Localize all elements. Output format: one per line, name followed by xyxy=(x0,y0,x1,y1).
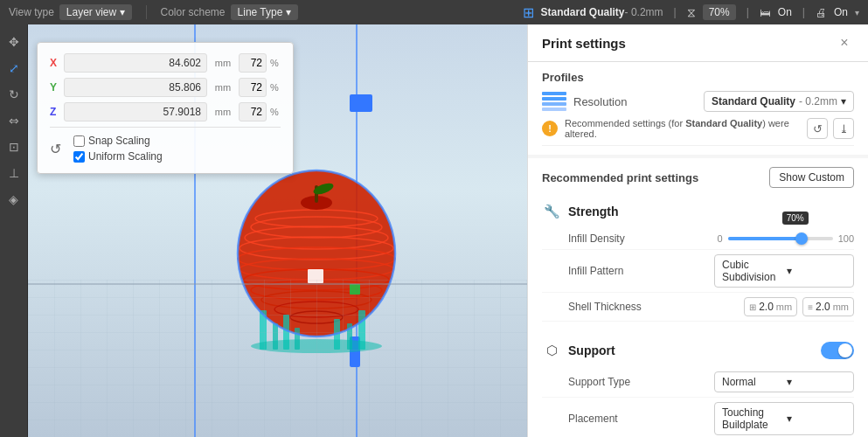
shell-thickness-row: Shell Thickness ⊞ 2.0 mm ≡ 2.0 mm xyxy=(542,293,854,322)
shell-thickness-label: Shell Thickness xyxy=(542,301,737,313)
warning-icon: ! xyxy=(542,121,558,136)
panel-title: Print settings xyxy=(542,36,626,51)
profiles-title: Profiles xyxy=(542,71,854,84)
placement-dropdown[interactable]: Touching Buildplate ▾ xyxy=(714,402,854,435)
z-label: Z xyxy=(50,106,60,118)
infill-pattern-label: Infill Pattern xyxy=(542,265,707,277)
rps-title: Recommended print settings xyxy=(542,171,698,184)
show-custom-button[interactable]: Show Custom xyxy=(769,167,854,188)
snap-scaling-checkbox[interactable] xyxy=(73,135,85,147)
x-coord-row: X mm % xyxy=(50,53,281,73)
z-value[interactable] xyxy=(64,102,207,121)
uniform-scaling-checkbox[interactable] xyxy=(73,151,85,163)
y-label: Y xyxy=(50,81,60,94)
slider-thumb[interactable]: 70% xyxy=(795,232,808,245)
reset-scale-button[interactable]: ↺ xyxy=(50,141,61,157)
quality-name: Standard Quality- 0.2mm xyxy=(541,6,663,18)
save-settings-button[interactable]: ⤓ xyxy=(833,118,854,139)
bed-on-label[interactable]: On xyxy=(778,6,792,18)
resolution-label: Resolution xyxy=(573,95,697,108)
separator xyxy=(146,5,147,19)
sidebar-scale-icon[interactable]: ⤢ xyxy=(3,58,24,79)
infill-slider[interactable]: 70% xyxy=(728,237,833,240)
infill-max: 100 xyxy=(838,233,854,244)
infill-min: 0 xyxy=(718,233,723,244)
infill-pattern-chevron: ▾ xyxy=(787,265,846,277)
sidebar-mirror-icon[interactable]: ⇔ xyxy=(3,110,24,131)
y-value[interactable] xyxy=(64,78,207,97)
rps-header: Recommended print settings Show Custom xyxy=(528,158,868,195)
model-top-indicator xyxy=(350,94,372,112)
support-header: ⬡ Support xyxy=(542,334,854,360)
sidebar-rotate-icon[interactable]: ↻ xyxy=(3,84,24,105)
close-button[interactable]: × xyxy=(835,33,854,52)
resolution-dropdown[interactable]: Standard Quality - 0.2mm ▾ xyxy=(704,91,854,112)
support-group: ⬡ Support Support Type Normal ▾ xyxy=(542,334,854,437)
color-scheme-selector[interactable]: Line Type ▾ xyxy=(231,4,298,20)
sidebar-slice-icon[interactable]: ◈ xyxy=(3,189,24,210)
infill-pattern-dropdown[interactable]: Cubic Subdivision ▾ xyxy=(714,254,854,288)
support-type-chevron: ▾ xyxy=(787,376,846,388)
undo-button[interactable]: ↺ xyxy=(807,118,828,139)
support-toggle-knob xyxy=(838,343,852,357)
infill-pattern-row: Infill Pattern Cubic Subdivision ▾ xyxy=(542,250,854,293)
support-type-row: Support Type Normal ▾ xyxy=(542,367,854,398)
shell-layers-icon: ≡ xyxy=(808,302,813,312)
slider-fill xyxy=(728,237,802,240)
layers-icon: ⊞ xyxy=(523,4,534,21)
view-type-group: View type Layer view ▾ xyxy=(9,4,132,20)
warning-actions: ↺ ⤓ xyxy=(807,118,854,139)
uniform-scaling-label[interactable]: Uniform Scaling xyxy=(73,150,163,163)
x-value[interactable] xyxy=(64,53,207,73)
strength-icon: 🔧 xyxy=(542,202,561,221)
support-type-label: Support Type xyxy=(542,376,707,388)
resolution-chevron: ▾ xyxy=(841,95,846,108)
z-unit: mm xyxy=(211,107,235,117)
color-scheme-group: Color scheme Line Type ▾ xyxy=(161,4,298,20)
viewport[interactable]: X mm % Y mm % Z mm % ↺ xyxy=(28,24,527,437)
snap-scaling-label[interactable]: Snap Scaling xyxy=(73,135,163,147)
y-pct[interactable] xyxy=(239,78,267,97)
print-on-label[interactable]: On xyxy=(834,6,848,18)
z-coord-row: Z mm % xyxy=(50,102,281,121)
infill-pct-badge[interactable]: 70% xyxy=(703,4,736,20)
support-group-title: Support xyxy=(568,343,615,357)
profiles-section: Profiles Resolution Standard Quality - 0… xyxy=(528,62,868,155)
quality-chevron[interactable]: ▾ xyxy=(855,8,859,17)
sidebar-permodel-icon[interactable]: ⊡ xyxy=(3,136,24,157)
support-type-dropdown[interactable]: Normal ▾ xyxy=(714,371,854,392)
right-panel: Print settings × Profiles Resolution Sta… xyxy=(527,24,868,437)
warning-text: Recommended settings (for Standard Quali… xyxy=(565,118,800,139)
transform-divider xyxy=(50,127,281,128)
x-pct[interactable] xyxy=(239,53,267,73)
shell-input-2[interactable]: ≡ 2.0 mm xyxy=(802,297,854,316)
resolution-quality: Standard Quality xyxy=(712,95,795,108)
sidebar-support-icon[interactable]: ⊥ xyxy=(3,163,24,184)
transform-panel: X mm % Y mm % Z mm % ↺ xyxy=(37,42,294,174)
warning-row: ! Recommended settings (for Standard Qua… xyxy=(542,112,854,146)
infill-density-label: Infill Density xyxy=(542,232,711,245)
print-icon: 🖨 xyxy=(816,6,827,19)
support-toggle[interactable] xyxy=(821,342,854,359)
left-sidebar: ✥ ⤢ ↻ ⇔ ⊡ ⊥ ◈ xyxy=(0,24,28,437)
support-group-icon: ⬡ xyxy=(542,341,561,360)
y-coord-row: Y mm % xyxy=(50,78,281,97)
view-type-selector[interactable]: Layer view ▾ xyxy=(59,4,132,20)
placement-row: Placement Touching Buildplate ▾ xyxy=(542,398,854,437)
z-pct-label: % xyxy=(270,107,281,117)
strength-title: Strength xyxy=(568,205,619,218)
y-unit: mm xyxy=(211,82,235,93)
sidebar-move-icon[interactable]: ✥ xyxy=(3,31,24,52)
z-pct[interactable] xyxy=(239,102,267,121)
bed-icon: 🛏 xyxy=(760,6,771,19)
panel-header: Print settings × xyxy=(528,24,868,62)
shell-inputs: ⊞ 2.0 mm ≡ 2.0 mm xyxy=(744,297,854,316)
slider-tooltip: 70% xyxy=(782,212,809,225)
x-unit: mm xyxy=(211,58,235,68)
shell-walls-icon: ⊞ xyxy=(749,302,756,312)
placement-chevron: ▾ xyxy=(787,413,846,425)
grid-floor xyxy=(28,280,527,437)
shell-input-1[interactable]: ⊞ 2.0 mm xyxy=(744,297,797,316)
view-type-label: View type xyxy=(9,6,54,18)
scaling-options: ↺ Snap Scaling Uniform Scaling xyxy=(50,133,281,163)
